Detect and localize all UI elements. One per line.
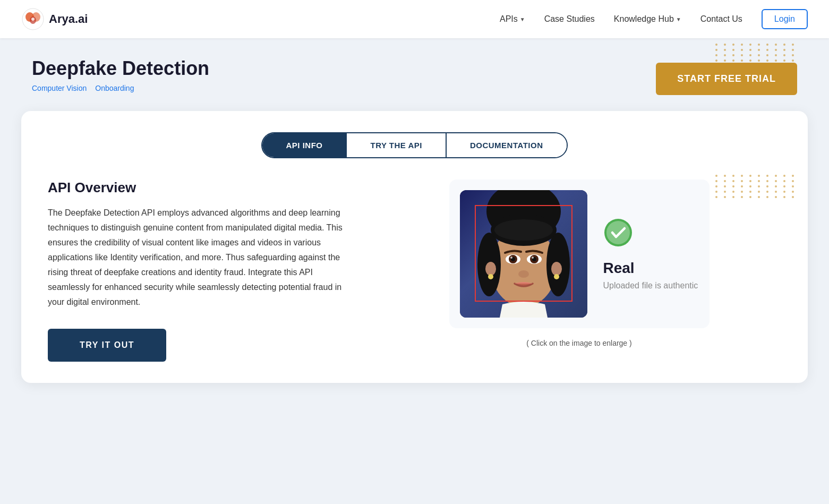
result-description: Uploaded file is authentic (603, 281, 698, 291)
breadcrumb-computer-vision[interactable]: Computer Vision (32, 84, 87, 92)
breadcrumb: Computer Vision Onboarding (32, 84, 209, 92)
nav-link-knowledge-hub[interactable]: Knowledge Hub ▼ (614, 14, 681, 24)
navbar-links: APIs ▼ Case Studies Knowledge Hub ▼ Cont… (500, 9, 808, 29)
face-illustration (460, 190, 587, 318)
nav-link-contact-us[interactable]: Contact Us (700, 14, 742, 24)
start-free-trial-button[interactable]: START FREE TRIAL (656, 63, 797, 95)
dots-decoration-top: for(let i=0;i<50;i++) document.currentSc… (715, 44, 797, 67)
result-check-icon (603, 218, 633, 253)
tabs-row: API INFO TRY THE API DOCUMENTATION (48, 132, 781, 158)
breadcrumb-onboarding[interactable]: Onboarding (95, 84, 134, 92)
hero-left: Deepfake Detection Computer Vision Onboa… (32, 57, 209, 92)
right-demo: Real Uploaded file is authentic ( Click … (377, 180, 781, 347)
demo-image-wrapper[interactable] (460, 190, 587, 318)
svg-point-4 (31, 18, 35, 21)
tab-try-the-api[interactable]: TRY THE API (347, 133, 446, 157)
card-dots-decoration: for(let i=0;i<50;i++) document.currentSc… (715, 175, 808, 198)
nav-link-apis[interactable]: APIs ▼ (500, 14, 525, 24)
navbar: Arya.ai APIs ▼ Case Studies Knowledge Hu… (0, 0, 829, 38)
api-overview-description: The Deepfake Detection API employs advan… (48, 206, 345, 310)
check-icon (603, 218, 633, 247)
enlarge-hint: ( Click on the image to enlarge ) (526, 339, 631, 347)
result-label: Real (603, 260, 635, 277)
face-bounding-box (475, 205, 572, 302)
apis-dropdown-arrow: ▼ (520, 16, 525, 22)
logo-icon (21, 7, 45, 31)
left-content: API Overview The Deepfake Detection API … (48, 180, 345, 362)
svg-point-26 (606, 221, 630, 244)
hero-area: for(let i=0;i<50;i++) document.currentSc… (0, 38, 829, 106)
demo-image-result-panel: Real Uploaded file is authentic (449, 180, 710, 328)
content-area: API Overview The Deepfake Detection API … (48, 180, 781, 362)
login-button[interactable]: Login (762, 9, 808, 29)
main-card: for(let i=0;i<50;i++) document.currentSc… (21, 111, 808, 383)
result-panel: Real Uploaded file is authentic (603, 218, 699, 291)
api-overview-title: API Overview (48, 180, 345, 196)
tabs-container: API INFO TRY THE API DOCUMENTATION (261, 132, 567, 158)
tab-api-info[interactable]: API INFO (262, 133, 347, 157)
nav-link-case-studies[interactable]: Case Studies (544, 14, 595, 24)
tab-documentation[interactable]: DOCUMENTATION (447, 133, 567, 157)
page-title: Deepfake Detection (32, 57, 209, 80)
knowledge-hub-dropdown-arrow: ▼ (676, 16, 681, 22)
try-it-out-button[interactable]: TRY IT OUT (48, 329, 166, 362)
logo-text: Arya.ai (49, 12, 88, 26)
logo[interactable]: Arya.ai (21, 7, 88, 31)
